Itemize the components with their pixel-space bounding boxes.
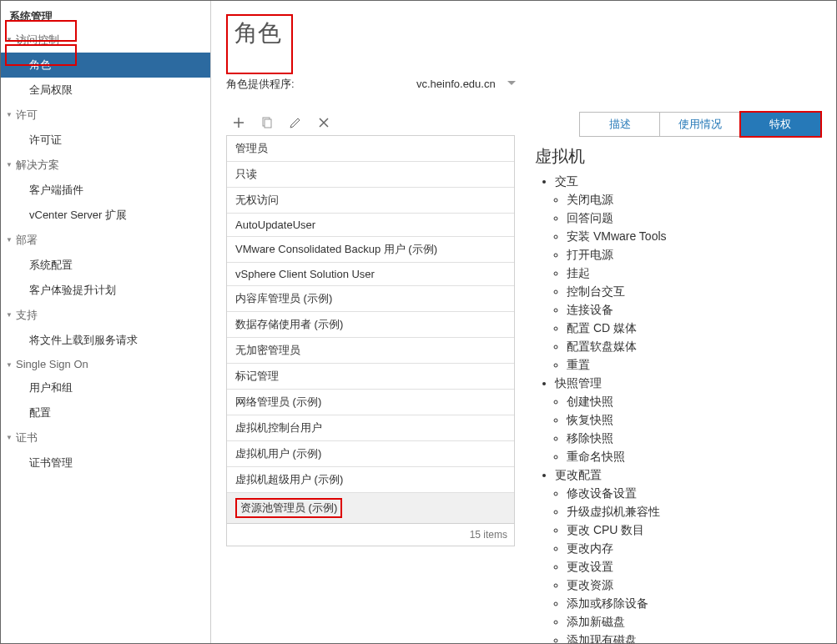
provider-row: 角色提供程序: vc.heinfo.edu.cn xyxy=(226,74,821,93)
priv-item: 添加新磁盘 xyxy=(567,613,821,631)
nav-group-title[interactable]: 访问控制 xyxy=(1,28,210,53)
role-item[interactable]: 管理员 xyxy=(227,136,514,162)
nav-item[interactable]: 系统配置 xyxy=(1,253,210,278)
nav-item[interactable]: 许可证 xyxy=(1,128,210,153)
priv-item: 配置软盘媒体 xyxy=(567,338,821,356)
provider-select[interactable]: vc.heinfo.edu.cn xyxy=(413,74,521,93)
nav-item[interactable]: 证书管理 xyxy=(1,450,210,475)
delete-icon[interactable] xyxy=(316,115,331,130)
copy-icon[interactable] xyxy=(260,115,275,130)
priv-item: 更改设置 xyxy=(567,558,821,576)
priv-item: 连接设备 xyxy=(567,301,821,319)
provider-label: 角色提供程序: xyxy=(226,77,413,92)
nav-item[interactable]: 客户端插件 xyxy=(1,178,210,203)
tab[interactable]: 使用情况 xyxy=(660,113,740,136)
role-item[interactable]: 标记管理 xyxy=(227,364,514,390)
nav-item[interactable]: 角色 xyxy=(1,53,210,78)
role-item[interactable]: 内容库管理员 (示例) xyxy=(227,286,514,312)
priv-item: 添加现有磁盘 xyxy=(567,631,821,643)
roles-toolbar xyxy=(226,112,515,133)
priv-item: 重置 xyxy=(567,356,821,375)
priv-item: 升级虚拟机兼容性 xyxy=(567,503,821,521)
role-item[interactable]: 无权访问 xyxy=(227,188,514,214)
roles-footer: 15 items xyxy=(226,524,515,546)
nav-group-title[interactable]: 解决方案 xyxy=(1,153,210,178)
tab[interactable]: 描述 xyxy=(580,113,660,136)
priv-group: 交互 xyxy=(555,173,821,191)
role-item[interactable]: 只读 xyxy=(227,162,514,188)
tabs: 描述使用情况特权 xyxy=(579,112,821,137)
priv-item: 打开电源 xyxy=(567,246,821,264)
priv-item: 添加或移除设备 xyxy=(567,595,821,613)
roles-list: 管理员只读无权访问AutoUpdateUserVMware Consolidat… xyxy=(226,135,515,524)
sidebar-header: 系统管理 xyxy=(1,6,210,28)
edit-icon[interactable] xyxy=(288,115,303,130)
priv-item: 控制台交互 xyxy=(567,283,821,301)
priv-item: 移除快照 xyxy=(567,430,821,448)
role-item[interactable]: 网络管理员 (示例) xyxy=(227,390,514,415)
main-content: 角色 角色提供程序: vc.heinfo.edu.cn xyxy=(211,1,836,643)
priv-item: 挂起 xyxy=(567,264,821,283)
role-item[interactable]: 虚拟机控制台用户 xyxy=(227,415,514,441)
priv-item: 恢复快照 xyxy=(567,411,821,430)
nav-groups: 访问控制角色全局权限许可许可证解决方案客户端插件vCenter Server 扩… xyxy=(1,28,210,475)
nav-item[interactable]: vCenter Server 扩展 xyxy=(1,203,210,228)
priv-group: 更改配置 xyxy=(555,466,821,485)
priv-item: 重命名快照 xyxy=(567,448,821,466)
priv-item: 更改 CPU 数目 xyxy=(567,521,821,540)
role-item[interactable]: AutoUpdateUser xyxy=(227,214,514,237)
role-item[interactable]: 无加密管理员 xyxy=(227,338,514,364)
role-item[interactable]: 虚拟机超级用户 (示例) xyxy=(227,467,514,493)
roles-panel: 管理员只读无权访问AutoUpdateUserVMware Consolidat… xyxy=(226,112,515,546)
page-title: 角色 xyxy=(228,16,291,51)
svg-rect-1 xyxy=(265,119,271,128)
priv-item: 安装 VMware Tools xyxy=(567,228,821,246)
tab[interactable]: 特权 xyxy=(741,113,820,136)
role-item[interactable]: 数据存储使用者 (示例) xyxy=(227,312,514,338)
priv-item: 更改资源 xyxy=(567,576,821,595)
nav-group-title[interactable]: 部署 xyxy=(1,228,210,253)
priv-item: 回答问题 xyxy=(567,209,821,228)
add-icon[interactable] xyxy=(231,115,246,130)
nav-group-title[interactable]: Single Sign On xyxy=(1,353,210,375)
nav-group-title[interactable]: 许可 xyxy=(1,103,210,128)
priv-item: 配置 CD 媒体 xyxy=(567,319,821,338)
nav-item[interactable]: 配置 xyxy=(1,400,210,425)
role-item[interactable]: VMware Consolidated Backup 用户 (示例) xyxy=(227,237,514,263)
nav-item[interactable]: 将文件上载到服务请求 xyxy=(1,328,210,353)
nav-item[interactable]: 全局权限 xyxy=(1,78,210,103)
role-item[interactable]: 资源池管理员 (示例) xyxy=(227,493,514,523)
nav-item[interactable]: 用户和组 xyxy=(1,375,210,400)
priv-group: 快照管理 xyxy=(555,375,821,393)
details-panel: 描述使用情况特权 虚拟机 交互关闭电源回答问题安装 VMware Tools打开… xyxy=(528,112,821,643)
sidebar: 系统管理 访问控制角色全局权限许可许可证解决方案客户端插件vCenter Ser… xyxy=(1,1,211,643)
highlight-box-title: 角色 xyxy=(226,14,293,74)
nav-group-title[interactable]: 证书 xyxy=(1,425,210,450)
nav-item[interactable]: 客户体验提升计划 xyxy=(1,278,210,303)
priv-item: 更改内存 xyxy=(567,540,821,558)
highlight-box-selected-role: 资源池管理员 (示例) xyxy=(235,498,342,518)
priv-item: 修改设备设置 xyxy=(567,485,821,503)
priv-item: 关闭电源 xyxy=(567,191,821,209)
priv-root-label: 虚拟机 xyxy=(535,145,821,168)
privileges-tree: 虚拟机 交互关闭电源回答问题安装 VMware Tools打开电源挂起控制台交互… xyxy=(528,145,821,643)
priv-item: 创建快照 xyxy=(567,393,821,411)
role-item[interactable]: vSphere Client Solution User xyxy=(227,263,514,286)
role-item[interactable]: 虚拟机用户 (示例) xyxy=(227,441,514,467)
nav-group-title[interactable]: 支持 xyxy=(1,303,210,328)
